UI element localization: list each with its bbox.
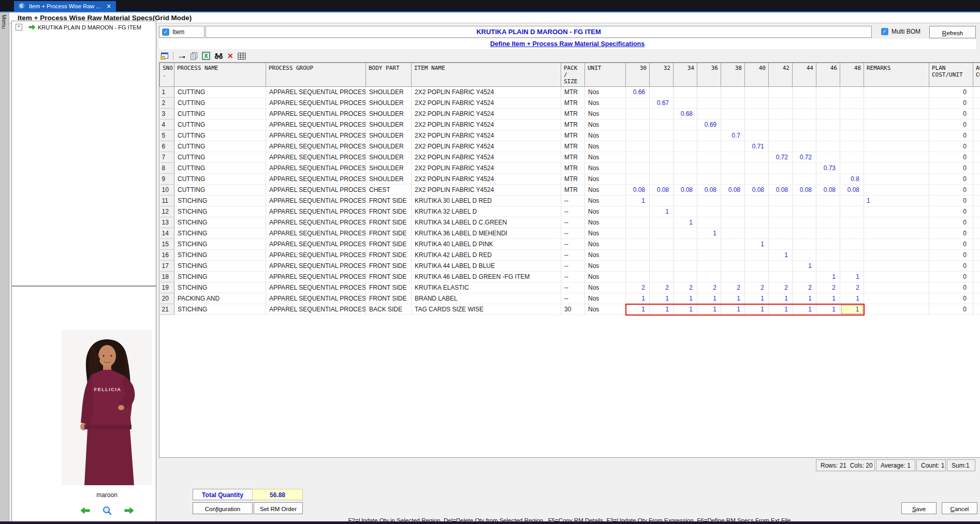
row-number-cell[interactable]: 1 (160, 87, 174, 98)
export-excel-icon[interactable]: X (202, 52, 210, 60)
size-qty-cell[interactable] (769, 119, 793, 130)
multi-bom-checkbox[interactable]: ✓ (881, 28, 888, 35)
plan-cost-cell[interactable]: 0 (929, 239, 973, 250)
unit-cell[interactable]: Nos (585, 272, 626, 282)
pack-size-cell[interactable]: MTR (561, 98, 585, 109)
size-qty-cell[interactable]: 1 (769, 304, 793, 315)
size-qty-cell[interactable] (650, 196, 674, 206)
column-header[interactable]: 44 (793, 63, 816, 87)
size-qty-cell[interactable]: 2 (769, 282, 793, 293)
size-qty-cell[interactable] (697, 152, 721, 163)
process-name-cell[interactable]: CUTTING (174, 119, 266, 130)
size-qty-cell[interactable] (793, 130, 816, 141)
size-qty-cell[interactable] (674, 272, 697, 282)
size-qty-cell[interactable] (769, 239, 793, 250)
refresh-button[interactable]: Refresh (929, 26, 976, 38)
body-part-cell[interactable]: BACK SIDE (366, 304, 412, 315)
size-qty-cell[interactable]: 1 (650, 293, 674, 304)
row-number-cell[interactable]: 19 (160, 282, 174, 293)
remarks-cell[interactable] (864, 152, 929, 163)
item-name-cell[interactable]: 2X2 POPLIN FABRIC Y4524 (412, 163, 561, 174)
process-group-cell[interactable]: APPAREL SEQUENTIAL PROCESS (266, 293, 366, 304)
size-qty-cell[interactable] (840, 217, 864, 228)
size-qty-cell[interactable] (697, 196, 721, 206)
cancel-button[interactable]: Cancel (942, 502, 977, 514)
process-name-cell[interactable]: STICHING (174, 206, 266, 217)
size-qty-cell[interactable]: 1 (793, 261, 816, 272)
unit-cell[interactable]: Nos (585, 174, 626, 185)
size-qty-cell[interactable] (745, 109, 769, 119)
size-qty-cell[interactable]: 0.68 (674, 109, 697, 119)
column-header[interactable]: PROCESS NAME (174, 63, 266, 87)
size-qty-cell[interactable] (816, 261, 840, 272)
size-qty-cell[interactable] (793, 87, 816, 98)
item-name-cell[interactable]: 2X2 POPLIN FABRIC Y4524 (412, 185, 561, 196)
size-qty-cell[interactable] (626, 130, 650, 141)
unit-cell[interactable]: Nos (585, 119, 626, 130)
size-qty-cell[interactable] (793, 250, 816, 261)
pack-size-cell[interactable]: MTR (561, 130, 585, 141)
size-qty-cell[interactable] (650, 217, 674, 228)
row-number-cell[interactable]: 4 (160, 119, 174, 130)
fit-columns-icon[interactable]: ↔▼ (178, 51, 186, 61)
process-name-cell[interactable]: STICHING (174, 250, 266, 261)
process-name-cell[interactable]: CUTTING (174, 109, 266, 119)
item-name-cell[interactable]: KRUTIKA 40 LABEL D PINK (412, 239, 561, 250)
size-qty-cell[interactable] (674, 152, 697, 163)
size-qty-cell[interactable] (721, 87, 745, 98)
process-group-cell[interactable]: APPAREL SEQUENTIAL PROCESS (266, 152, 366, 163)
size-qty-cell[interactable] (769, 141, 793, 152)
size-qty-cell[interactable] (793, 98, 816, 109)
pack-size-cell[interactable]: 30 (561, 304, 585, 315)
process-group-cell[interactable]: APPAREL SEQUENTIAL PROCESS (266, 174, 366, 185)
row-number-cell[interactable]: 11 (160, 196, 174, 206)
size-qty-cell[interactable] (745, 261, 769, 272)
row-number-cell[interactable]: 20 (160, 293, 174, 304)
item-name-cell[interactable]: KRUTIKA 34 LABEL D C.GREEN (412, 217, 561, 228)
size-qty-cell[interactable] (721, 228, 745, 239)
remarks-cell[interactable] (864, 304, 929, 315)
unit-cell[interactable]: Nos (585, 217, 626, 228)
size-qty-cell[interactable]: 1 (650, 206, 674, 217)
plan-cost-cell[interactable]: 0 (929, 282, 973, 293)
pack-size-cell[interactable]: -- (561, 282, 585, 293)
item-name-cell[interactable]: KRUTIKA 42 LABEL D RED (412, 250, 561, 261)
size-qty-cell[interactable]: 2 (626, 282, 650, 293)
process-name-cell[interactable]: CUTTING (174, 141, 266, 152)
size-qty-cell[interactable]: 2 (721, 282, 745, 293)
size-qty-cell[interactable]: 1 (697, 304, 721, 315)
process-group-cell[interactable]: APPAREL SEQUENTIAL PROCESS (266, 163, 366, 174)
act-cost-cell[interactable] (973, 250, 980, 261)
size-qty-cell[interactable] (626, 152, 650, 163)
size-qty-cell[interactable]: 2 (840, 282, 864, 293)
plan-cost-cell[interactable]: 0 (929, 98, 973, 109)
size-qty-cell[interactable] (697, 109, 721, 119)
pack-size-cell[interactable]: MTR (561, 119, 585, 130)
size-qty-cell[interactable] (793, 239, 816, 250)
column-header[interactable]: 48 (840, 63, 864, 87)
size-qty-cell[interactable] (793, 217, 816, 228)
size-qty-cell[interactable] (816, 217, 840, 228)
pack-size-cell[interactable]: -- (561, 228, 585, 239)
size-qty-cell[interactable] (793, 174, 816, 185)
size-qty-cell[interactable] (721, 239, 745, 250)
size-qty-cell[interactable] (626, 228, 650, 239)
column-header[interactable]: 30 (626, 63, 650, 87)
size-qty-cell[interactable]: 0.66 (626, 87, 650, 98)
size-qty-cell[interactable] (626, 272, 650, 282)
size-qty-cell[interactable]: 1 (840, 304, 864, 315)
body-part-cell[interactable]: SHOULDER (366, 130, 412, 141)
column-header[interactable]: 34 (674, 63, 697, 87)
act-cost-cell[interactable] (973, 109, 980, 119)
size-qty-cell[interactable] (650, 152, 674, 163)
size-qty-cell[interactable]: 1 (816, 304, 840, 315)
size-qty-cell[interactable] (745, 228, 769, 239)
remarks-cell[interactable] (864, 87, 929, 98)
size-qty-cell[interactable] (769, 228, 793, 239)
size-qty-cell[interactable] (769, 98, 793, 109)
item-name-cell[interactable]: TAG CARDS SIZE WISE (412, 304, 561, 315)
item-name-cell[interactable]: KRUTIKA 32 LABEL D (412, 206, 561, 217)
size-qty-cell[interactable]: 0.08 (745, 185, 769, 196)
size-qty-cell[interactable] (721, 250, 745, 261)
process-name-cell[interactable]: STICHING (174, 304, 266, 315)
